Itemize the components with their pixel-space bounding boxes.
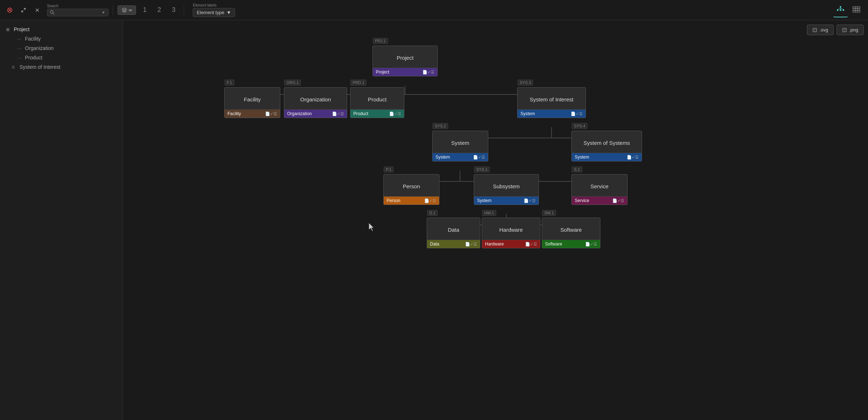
node-person[interactable]: P.1 Person Person 📄✓☰ [383, 174, 439, 205]
node-sos-title: System of Systems [572, 131, 642, 153]
node-service-footer-label: Service [575, 198, 589, 203]
node-product-icons: 📄✓☰ [389, 112, 401, 116]
node-facility[interactable]: F.1 Facility Facility 📄✓☰ [224, 87, 280, 118]
node-sys2-footer: System 📄✓☰ [433, 153, 488, 161]
svg-line-8 [53, 13, 54, 14]
node-sos[interactable]: SYS.4 System of Systems System 📄✓☰ [571, 131, 642, 161]
svg-rect-23 [814, 28, 816, 30]
node-person-footer: Person 📄✓☰ [384, 196, 439, 205]
node-project-footer: Project 📄✓☰ [373, 68, 437, 76]
node-sys2-title: System [433, 131, 488, 153]
svg-rect-13 [843, 9, 844, 11]
node-software[interactable]: SW.1 Software Software 📄✓☰ [542, 218, 600, 248]
node-hardware[interactable]: HW.1 Hardware Hardware 📄✓☰ [482, 218, 540, 248]
node-facility-icons: 📄✓☰ [265, 112, 277, 116]
sidebar: ▣ Project — Facility — Organization — Pr… [0, 20, 123, 420]
search-dropdown-button[interactable]: ▼ [102, 10, 105, 14]
node-person-icons: 📄✓☰ [424, 198, 436, 203]
node-subsystem-footer-label: System [477, 198, 492, 203]
dropdown-arrow: ▼ [226, 10, 231, 15]
node-project-id: PRJ.1 [373, 38, 388, 44]
toolbar-right [833, 3, 864, 17]
sidebar-item-system-of-interest[interactable]: ⊞ System of Interest [0, 62, 123, 72]
search-area: Search ▼ [47, 4, 109, 16]
node-organization[interactable]: ORG.1 Organization Organization 📄✓☰ [284, 87, 347, 118]
node-product[interactable]: PRD.1 Product Product 📄✓☰ [350, 87, 404, 118]
node-project-icons: 📄✓☰ [422, 70, 434, 75]
node-sw-title: Software [542, 218, 600, 240]
level3-button[interactable]: 3 [168, 4, 179, 16]
save-png-icon [842, 28, 847, 33]
node-data[interactable]: D.1 Data Data 📄✓☰ [427, 218, 480, 248]
node-soi[interactable]: SYS.3 System of Interest System 📄✓☰ [517, 87, 586, 118]
node-soi-footer: System 📄✓☰ [518, 109, 586, 118]
layer-button[interactable]: ∞ [118, 5, 136, 15]
pin-button[interactable] [32, 5, 43, 16]
node-soi-title: System of Interest [518, 88, 586, 109]
sidebar-project-label: Project [14, 26, 30, 32]
sidebar-item-product[interactable]: — Product [0, 53, 123, 62]
node-org-icons: 📄✓☰ [332, 112, 344, 116]
toolbar-divider [113, 5, 113, 15]
node-service-icons: 📄✓☰ [612, 198, 624, 203]
sidebar-item-project[interactable]: ▣ Project [0, 25, 123, 34]
toolbar: Search ▼ ∞ 1 2 3 Element labels Element … [0, 0, 868, 20]
node-sw-footer-label: Software [545, 242, 562, 247]
node-hw-title: Hardware [482, 218, 540, 240]
node-soi-id: SYS.3 [518, 80, 533, 85]
table-view-button[interactable] [849, 3, 864, 17]
dash-icon2: — [17, 46, 21, 50]
node-sos-id: SYS.4 [572, 123, 587, 129]
node-soi-footer-label: System [520, 111, 535, 116]
sidebar-facility-label: Facility [25, 36, 41, 42]
sidebar-item-organization[interactable]: — Organization [0, 43, 123, 53]
svg-marker-48 [369, 223, 374, 231]
node-project[interactable]: PRJ.1 Project Project 📄✓☰ [373, 46, 438, 76]
node-person-title: Person [384, 175, 439, 196]
node-project-title: Project [373, 46, 437, 68]
node-data-footer-label: Data [430, 242, 439, 247]
node-sos-icons: 📄✓☰ [627, 155, 639, 160]
element-type-button[interactable]: Element type ▼ [193, 8, 235, 17]
level2-button[interactable]: 2 [153, 4, 165, 16]
export-svg-button[interactable]: .svg [807, 25, 834, 35]
node-product-id: PRD.1 [350, 80, 366, 85]
canvas[interactable]: .svg .png [123, 20, 868, 420]
node-subsystem[interactable]: SYS.1 Subsystem System 📄✓☰ [474, 174, 539, 205]
node-system2[interactable]: SYS.2 System System 📄✓☰ [432, 131, 488, 161]
element-labels-area: Element labels Element type ▼ [193, 3, 235, 17]
node-data-footer: Data 📄✓☰ [427, 240, 480, 248]
export-svg-label: .svg [820, 27, 828, 33]
node-sw-id: SW.1 [542, 210, 556, 216]
expand-button[interactable] [18, 5, 29, 16]
dash-icon3: — [17, 55, 21, 60]
close-button[interactable] [4, 5, 15, 16]
sidebar-item-facility[interactable]: — Facility [0, 34, 123, 43]
export-png-button[interactable]: .png [837, 25, 864, 35]
node-facility-footer-label: Facility [227, 111, 241, 116]
element-labels-label: Element labels [193, 3, 235, 7]
save-icon [812, 28, 817, 33]
node-service-id: S.1 [572, 167, 582, 172]
node-data-id: D.1 [427, 210, 438, 216]
svg-point-7 [50, 10, 53, 13]
svg-rect-11 [837, 9, 838, 11]
search-icon [50, 10, 55, 15]
svg-rect-17 [853, 7, 860, 8]
svg-rect-12 [840, 9, 841, 11]
tree-view-icon [837, 6, 844, 14]
node-person-footer-label: Person [387, 198, 400, 203]
node-hw-footer: Hardware 📄✓☰ [482, 240, 540, 248]
node-sys2-id: SYS.2 [433, 123, 448, 129]
svg-rect-26 [843, 28, 846, 30]
node-soi-icons: 📄✓☰ [571, 112, 583, 116]
node-product-footer: Product 📄✓☰ [350, 109, 404, 118]
level1-button[interactable]: 1 [139, 4, 150, 16]
node-hw-footer-label: Hardware [485, 242, 504, 247]
search-input[interactable] [55, 10, 102, 15]
tree-view-button[interactable] [833, 3, 848, 17]
node-sos-footer: System 📄✓☰ [572, 153, 642, 161]
node-product-title: Product [350, 88, 404, 109]
infinity-label: ∞ [129, 7, 132, 13]
node-service[interactable]: S.1 Service Service 📄✓☰ [571, 174, 627, 205]
